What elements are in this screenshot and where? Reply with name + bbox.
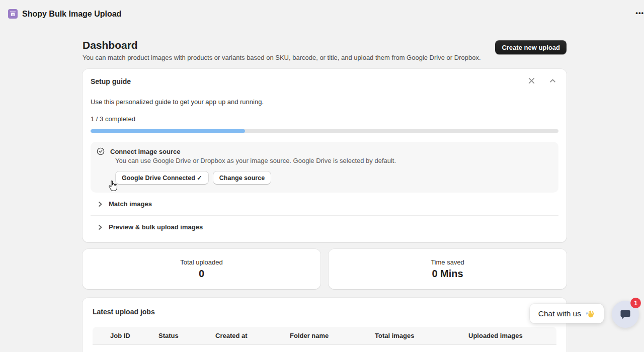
close-icon — [528, 77, 535, 85]
main-content: Dashboard You can match product images w… — [83, 39, 567, 352]
page-subtitle: You can match product images with produc… — [83, 54, 481, 61]
check-circle-icon — [97, 147, 105, 155]
more-menu-button[interactable]: ••• — [635, 9, 644, 17]
progress-label: 1 / 3 completed — [91, 115, 558, 123]
page-header-text: Dashboard You can match product images w… — [83, 39, 481, 61]
progress-fill — [91, 129, 245, 133]
page-header: Dashboard You can match product images w… — [83, 39, 567, 61]
stat-card-time-saved: Time saved 0 Mins — [329, 249, 567, 289]
step-preview-upload-row[interactable]: Preview & bulk upload images — [91, 216, 558, 238]
step-connect-image-source: Connect image source You can use Google … — [91, 142, 558, 193]
column-header-created-at: Created at — [215, 332, 248, 339]
chat-bubble-icon — [619, 308, 631, 320]
step-title: Preview & bulk upload images — [109, 223, 203, 231]
app-title: Shopy Bulk Image Upload — [22, 10, 121, 19]
collapse-button[interactable] — [547, 76, 557, 86]
column-header-job-id: Job ID — [110, 332, 130, 339]
latest-upload-jobs-card: Latest upload jobs Job ID Status Created… — [83, 298, 567, 352]
chat-unread-badge: 1 — [630, 298, 641, 308]
stats-row: Total uploaded 0 Time saved 0 Mins — [83, 249, 567, 289]
stat-card-total-uploaded: Total uploaded 0 — [83, 249, 320, 289]
app-logo-icon — [8, 9, 18, 19]
progress-bar — [91, 129, 558, 133]
stat-value: 0 — [199, 268, 204, 280]
chat-with-us-pill[interactable]: Chat with us — [530, 304, 604, 323]
setup-guide-title: Setup guide — [91, 77, 131, 85]
waving-hand-icon — [585, 309, 595, 319]
column-header-total-images: Total images — [375, 332, 415, 339]
step-description: You can use Google Drive or Dropbox as y… — [115, 157, 552, 164]
stat-label: Total uploaded — [180, 258, 223, 266]
setup-guide-description: Use this personalized guide to get your … — [91, 98, 558, 106]
chevron-up-icon — [549, 77, 556, 85]
stat-label: Time saved — [431, 258, 464, 266]
chevron-right-icon — [97, 201, 103, 207]
column-header-folder-name: Folder name — [290, 332, 329, 339]
chat-pill-label: Chat with us — [538, 309, 581, 318]
stat-value: 0 Mins — [432, 268, 463, 280]
chat-launcher-button[interactable]: 1 — [612, 301, 639, 328]
chevron-right-icon — [97, 224, 103, 230]
step-title: Match images — [109, 200, 152, 208]
google-drive-connected-button[interactable]: Google Drive Connected ✓ — [115, 171, 209, 185]
column-header-uploaded-images: Uploaded images — [468, 332, 523, 339]
page-title: Dashboard — [83, 39, 481, 51]
change-source-button[interactable]: Change source — [213, 171, 271, 185]
column-header-status: Status — [158, 332, 179, 339]
setup-guide-controls — [526, 76, 558, 86]
step-buttons: Google Drive Connected ✓ Change source — [115, 171, 552, 185]
jobs-table-header: Job ID Status Created at Folder name Tot… — [93, 327, 556, 345]
setup-guide-header: Setup guide — [91, 76, 558, 86]
create-new-upload-button[interactable]: Create new upload — [495, 40, 567, 54]
latest-upload-jobs-title: Latest upload jobs — [93, 308, 556, 316]
step-title: Connect image source — [110, 148, 180, 155]
close-button[interactable] — [526, 76, 536, 86]
topbar: Shopy Bulk Image Upload ••• — [0, 0, 644, 28]
step-title-row: Connect image source — [97, 147, 552, 155]
step-match-images-row[interactable]: Match images — [91, 193, 558, 215]
setup-guide-card: Setup guide Use this personalized guide … — [83, 69, 567, 242]
